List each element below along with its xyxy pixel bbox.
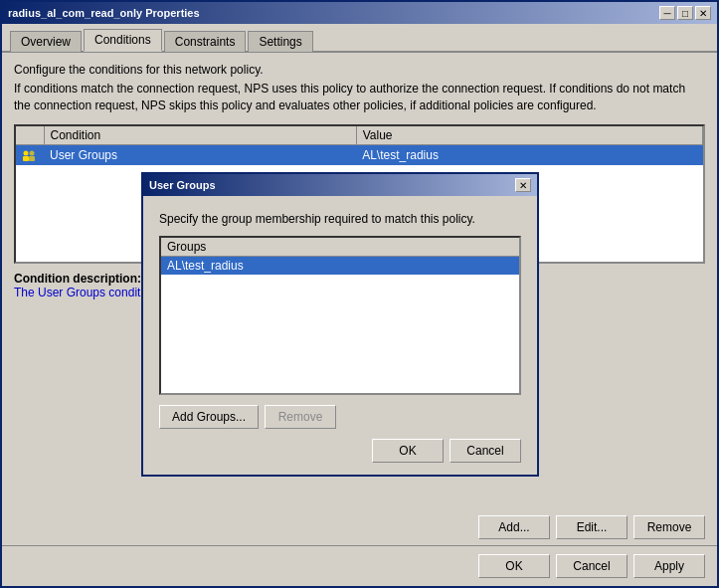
tab-overview[interactable]: Overview bbox=[10, 31, 82, 52]
modal-title-bar: User Groups ✕ bbox=[143, 174, 537, 196]
groups-list-header: Groups bbox=[161, 238, 519, 257]
maximize-button[interactable]: □ bbox=[677, 6, 693, 20]
add-button[interactable]: Add... bbox=[478, 515, 550, 539]
minimize-button[interactable]: ─ bbox=[659, 6, 675, 20]
main-window: radius_al_com_read_only Properties ─ □ ✕… bbox=[0, 0, 719, 588]
modal-footer-buttons: OK Cancel bbox=[159, 439, 521, 463]
modal-close-button[interactable]: ✕ bbox=[515, 178, 531, 192]
add-groups-button[interactable]: Add Groups... bbox=[159, 405, 259, 429]
modal-overlay: User Groups ✕ Specify the group membersh… bbox=[2, 53, 717, 509]
title-bar-controls: ─ □ ✕ bbox=[659, 6, 711, 20]
modal-remove-button[interactable]: Remove bbox=[265, 405, 336, 429]
group-list-item[interactable]: AL\test_radius bbox=[161, 257, 519, 275]
groups-list-container: Groups AL\test_radius bbox=[159, 236, 521, 395]
action-buttons-row: Add... Edit... Remove bbox=[2, 509, 717, 545]
ok-button[interactable]: OK bbox=[478, 554, 550, 578]
tab-settings[interactable]: Settings bbox=[248, 31, 312, 52]
remove-button[interactable]: Remove bbox=[633, 515, 705, 539]
edit-button[interactable]: Edit... bbox=[556, 515, 628, 539]
tab-bar: Overview Conditions Constraints Settings bbox=[2, 24, 717, 53]
user-groups-dialog: User Groups ✕ Specify the group membersh… bbox=[141, 172, 539, 477]
modal-content: Specify the group membership required to… bbox=[143, 196, 537, 475]
modal-description: Specify the group membership required to… bbox=[159, 212, 521, 226]
tab-conditions[interactable]: Conditions bbox=[84, 29, 162, 52]
window-title: radius_al_com_read_only Properties bbox=[8, 7, 200, 19]
modal-title: User Groups bbox=[149, 179, 216, 191]
apply-button[interactable]: Apply bbox=[633, 554, 705, 578]
footer: OK Cancel Apply bbox=[2, 545, 717, 586]
content-area: Configure the conditions for this networ… bbox=[2, 53, 717, 509]
modal-action-buttons: Add Groups... Remove bbox=[159, 405, 521, 429]
tab-constraints[interactable]: Constraints bbox=[164, 31, 247, 52]
modal-ok-button[interactable]: OK bbox=[372, 439, 444, 463]
cancel-button[interactable]: Cancel bbox=[556, 554, 628, 578]
close-button[interactable]: ✕ bbox=[695, 6, 711, 20]
title-bar: radius_al_com_read_only Properties ─ □ ✕ bbox=[2, 2, 717, 24]
modal-cancel-button[interactable]: Cancel bbox=[449, 439, 521, 463]
